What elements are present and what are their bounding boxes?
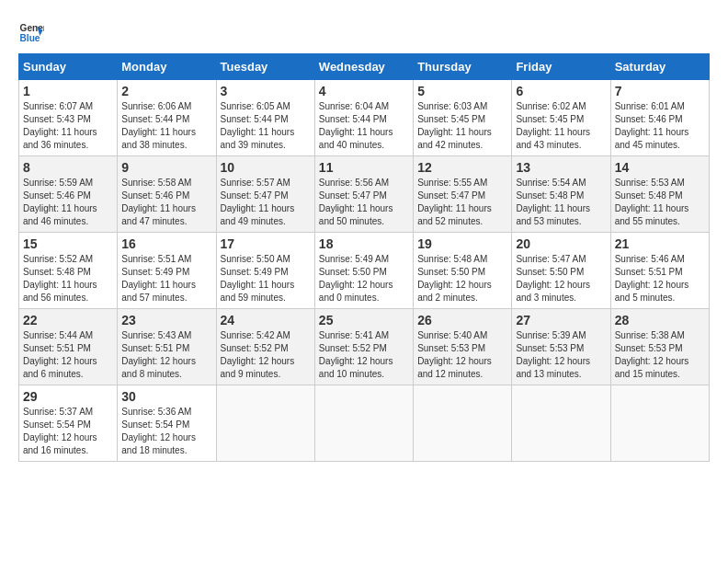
day-info: Sunrise: 6:02 AM Sunset: 5:45 PM Dayligh… xyxy=(516,100,606,152)
calendar-cell: 16Sunrise: 5:51 AM Sunset: 5:49 PM Dayli… xyxy=(118,233,216,309)
calendar-cell: 13Sunrise: 5:54 AM Sunset: 5:48 PM Dayli… xyxy=(512,156,610,233)
calendar-cell: 17Sunrise: 5:50 AM Sunset: 5:49 PM Dayli… xyxy=(216,233,314,309)
calendar-cell: 22Sunrise: 5:44 AM Sunset: 5:51 PM Dayli… xyxy=(19,309,118,385)
day-info: Sunrise: 5:48 AM Sunset: 5:50 PM Dayligh… xyxy=(417,253,507,304)
calendar-cell: 11Sunrise: 5:56 AM Sunset: 5:47 PM Dayli… xyxy=(314,156,413,233)
day-info: Sunrise: 5:57 AM Sunset: 5:47 PM Dayligh… xyxy=(221,177,311,228)
calendar-cell: 21Sunrise: 5:46 AM Sunset: 5:51 PM Dayli… xyxy=(610,233,709,309)
week-row-0: 1Sunrise: 6:07 AM Sunset: 5:43 PM Daylig… xyxy=(19,80,710,156)
weekday-header-monday: Monday xyxy=(118,54,216,80)
day-number: 9 xyxy=(121,160,211,175)
logo: General Blue xyxy=(18,20,46,46)
weekday-header-tuesday: Tuesday xyxy=(216,54,314,80)
calendar-cell: 14Sunrise: 5:53 AM Sunset: 5:48 PM Dayli… xyxy=(610,156,709,233)
calendar-cell: 24Sunrise: 5:42 AM Sunset: 5:52 PM Dayli… xyxy=(216,309,314,385)
day-info: Sunrise: 5:44 AM Sunset: 5:51 PM Dayligh… xyxy=(23,329,113,381)
calendar-table: SundayMondayTuesdayWednesdayThursdayFrid… xyxy=(18,53,710,462)
day-number: 20 xyxy=(516,236,606,251)
day-info: Sunrise: 5:56 AM Sunset: 5:47 PM Dayligh… xyxy=(319,177,409,228)
calendar-cell: 5Sunrise: 6:03 AM Sunset: 5:45 PM Daylig… xyxy=(414,80,512,156)
week-row-1: 8Sunrise: 5:59 AM Sunset: 5:46 PM Daylig… xyxy=(19,156,710,233)
calendar-cell xyxy=(216,385,314,462)
day-number: 24 xyxy=(221,313,311,327)
day-number: 15 xyxy=(23,236,113,251)
week-row-2: 15Sunrise: 5:52 AM Sunset: 5:48 PM Dayli… xyxy=(19,233,710,309)
day-info: Sunrise: 5:54 AM Sunset: 5:48 PM Dayligh… xyxy=(516,177,606,228)
day-number: 23 xyxy=(121,313,211,327)
day-number: 22 xyxy=(23,313,113,327)
day-info: Sunrise: 6:03 AM Sunset: 5:45 PM Dayligh… xyxy=(417,100,507,152)
day-number: 16 xyxy=(121,236,211,251)
day-number: 27 xyxy=(516,313,606,327)
day-info: Sunrise: 5:36 AM Sunset: 5:54 PM Dayligh… xyxy=(121,406,211,457)
calendar-cell: 23Sunrise: 5:43 AM Sunset: 5:51 PM Dayli… xyxy=(118,309,216,385)
calendar-cell: 9Sunrise: 5:58 AM Sunset: 5:46 PM Daylig… xyxy=(118,156,216,233)
day-number: 8 xyxy=(23,160,113,175)
day-number: 4 xyxy=(319,84,409,98)
calendar-cell: 20Sunrise: 5:47 AM Sunset: 5:50 PM Dayli… xyxy=(512,233,610,309)
day-info: Sunrise: 5:51 AM Sunset: 5:49 PM Dayligh… xyxy=(121,253,211,304)
calendar-cell: 30Sunrise: 5:36 AM Sunset: 5:54 PM Dayli… xyxy=(118,385,216,462)
day-number: 19 xyxy=(417,236,507,251)
day-number: 10 xyxy=(221,160,311,175)
day-info: Sunrise: 6:05 AM Sunset: 5:44 PM Dayligh… xyxy=(221,100,311,152)
svg-text:Blue: Blue xyxy=(20,33,40,43)
day-info: Sunrise: 5:41 AM Sunset: 5:52 PM Dayligh… xyxy=(319,329,409,381)
day-number: 29 xyxy=(23,389,113,404)
calendar-cell: 7Sunrise: 6:01 AM Sunset: 5:46 PM Daylig… xyxy=(610,80,709,156)
week-row-4: 29Sunrise: 5:37 AM Sunset: 5:54 PM Dayli… xyxy=(19,385,710,462)
day-number: 3 xyxy=(221,84,311,98)
calendar-cell: 27Sunrise: 5:39 AM Sunset: 5:53 PM Dayli… xyxy=(512,309,610,385)
day-info: Sunrise: 5:42 AM Sunset: 5:52 PM Dayligh… xyxy=(221,329,311,381)
day-info: Sunrise: 6:04 AM Sunset: 5:44 PM Dayligh… xyxy=(319,100,409,152)
day-number: 7 xyxy=(615,84,705,98)
calendar-cell: 25Sunrise: 5:41 AM Sunset: 5:52 PM Dayli… xyxy=(314,309,413,385)
day-info: Sunrise: 5:49 AM Sunset: 5:50 PM Dayligh… xyxy=(319,253,409,304)
weekday-header-sunday: Sunday xyxy=(19,54,118,80)
calendar-cell: 4Sunrise: 6:04 AM Sunset: 5:44 PM Daylig… xyxy=(314,80,413,156)
day-number: 14 xyxy=(615,160,705,175)
day-info: Sunrise: 5:46 AM Sunset: 5:51 PM Dayligh… xyxy=(615,253,705,304)
weekday-header-thursday: Thursday xyxy=(414,54,512,80)
day-number: 26 xyxy=(417,313,507,327)
week-row-3: 22Sunrise: 5:44 AM Sunset: 5:51 PM Dayli… xyxy=(19,309,710,385)
day-info: Sunrise: 6:06 AM Sunset: 5:44 PM Dayligh… xyxy=(121,100,211,152)
day-number: 11 xyxy=(319,160,409,175)
weekday-header-saturday: Saturday xyxy=(610,54,709,80)
calendar-cell xyxy=(414,385,512,462)
day-info: Sunrise: 5:55 AM Sunset: 5:47 PM Dayligh… xyxy=(417,177,507,228)
calendar-cell: 1Sunrise: 6:07 AM Sunset: 5:43 PM Daylig… xyxy=(19,80,118,156)
day-number: 1 xyxy=(23,84,113,98)
weekday-header-friday: Friday xyxy=(512,54,610,80)
day-number: 25 xyxy=(319,313,409,327)
calendar-cell: 26Sunrise: 5:40 AM Sunset: 5:53 PM Dayli… xyxy=(414,309,512,385)
calendar-cell: 29Sunrise: 5:37 AM Sunset: 5:54 PM Dayli… xyxy=(19,385,118,462)
calendar-cell: 6Sunrise: 6:02 AM Sunset: 5:45 PM Daylig… xyxy=(512,80,610,156)
page: General Blue SundayMondayTuesdayWednesda… xyxy=(0,0,728,471)
day-number: 18 xyxy=(319,236,409,251)
day-info: Sunrise: 5:52 AM Sunset: 5:48 PM Dayligh… xyxy=(23,253,113,304)
calendar-cell xyxy=(314,385,413,462)
day-number: 17 xyxy=(221,236,311,251)
day-number: 5 xyxy=(417,84,507,98)
day-info: Sunrise: 5:37 AM Sunset: 5:54 PM Dayligh… xyxy=(23,406,113,457)
day-info: Sunrise: 6:07 AM Sunset: 5:43 PM Dayligh… xyxy=(23,100,113,152)
calendar-cell: 12Sunrise: 5:55 AM Sunset: 5:47 PM Dayli… xyxy=(414,156,512,233)
day-info: Sunrise: 5:58 AM Sunset: 5:46 PM Dayligh… xyxy=(121,177,211,228)
calendar-cell: 3Sunrise: 6:05 AM Sunset: 5:44 PM Daylig… xyxy=(216,80,314,156)
day-number: 30 xyxy=(121,389,211,404)
logo-icon: General Blue xyxy=(18,20,44,46)
calendar-cell: 18Sunrise: 5:49 AM Sunset: 5:50 PM Dayli… xyxy=(314,233,413,309)
calendar-cell: 2Sunrise: 6:06 AM Sunset: 5:44 PM Daylig… xyxy=(118,80,216,156)
day-info: Sunrise: 5:50 AM Sunset: 5:49 PM Dayligh… xyxy=(221,253,311,304)
day-number: 28 xyxy=(615,313,705,327)
weekday-header-row: SundayMondayTuesdayWednesdayThursdayFrid… xyxy=(19,54,710,80)
day-number: 21 xyxy=(615,236,705,251)
day-info: Sunrise: 5:53 AM Sunset: 5:48 PM Dayligh… xyxy=(615,177,705,228)
day-info: Sunrise: 6:01 AM Sunset: 5:46 PM Dayligh… xyxy=(615,100,705,152)
calendar-cell: 10Sunrise: 5:57 AM Sunset: 5:47 PM Dayli… xyxy=(216,156,314,233)
day-info: Sunrise: 5:59 AM Sunset: 5:46 PM Dayligh… xyxy=(23,177,113,228)
weekday-header-wednesday: Wednesday xyxy=(314,54,413,80)
day-info: Sunrise: 5:40 AM Sunset: 5:53 PM Dayligh… xyxy=(417,329,507,381)
day-number: 13 xyxy=(516,160,606,175)
